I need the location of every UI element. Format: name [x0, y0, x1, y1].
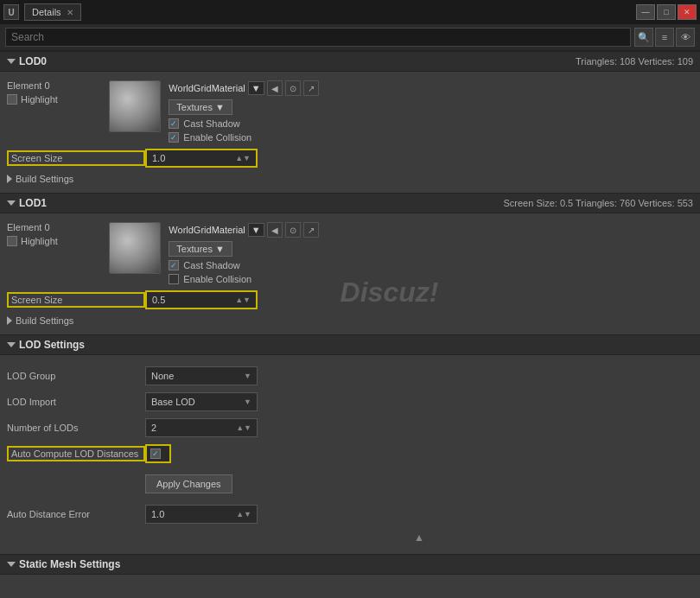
collapse-up-button[interactable]: ▲	[138, 528, 700, 547]
lod0-element-row: Element 0 Highlight WorldGridMaterial ▼ …	[0, 79, 700, 144]
lod0-screen-size-row: Screen Size 1.0 ▲▼	[0, 146, 700, 170]
lod1-material-name: WorldGridMaterial	[169, 225, 245, 235]
lod-import-select[interactable]: Base LOD ▼	[145, 392, 258, 411]
lod1-nav-back-icon[interactable]: ◀	[267, 222, 283, 238]
lod1-spin-icon: ▲▼	[235, 296, 251, 304]
lod1-content: Element 0 Highlight WorldGridMaterial ▼ …	[0, 213, 700, 334]
lod1-enable-collision-row: Enable Collision	[169, 274, 318, 284]
lod1-screen-size-row: Screen Size 0.5 ▲▼	[0, 288, 700, 312]
static-mesh-settings-title: Static Mesh Settings	[19, 558, 120, 570]
lod-import-arrow-icon: ▼	[244, 398, 251, 406]
lod1-title: LOD1	[19, 197, 47, 209]
lod-import-label: LOD Import	[7, 397, 145, 407]
lod1-material-dropdown[interactable]: ▼	[248, 223, 264, 237]
auto-distance-error-row: Auto Distance Error 1.0 ▲▼	[0, 502, 700, 526]
lod0-find-icon[interactable]: ⊙	[285, 80, 301, 96]
auto-compute-row: Auto Compute LOD Distances ✓	[0, 442, 700, 466]
lod1-build-settings-label: Build Settings	[16, 315, 73, 326]
lod1-material-preview	[109, 222, 161, 274]
lod0-textures-button[interactable]: Textures ▼	[169, 99, 232, 115]
auto-distance-error-label: Auto Distance Error	[7, 509, 145, 519]
lod1-build-settings-icon	[7, 316, 12, 325]
lod0-title: LOD0	[19, 55, 47, 67]
search-icon[interactable]: 🔍	[634, 28, 653, 47]
num-lods-input[interactable]: 2 ▲▼	[145, 418, 258, 437]
static-mesh-collapse-icon	[7, 562, 16, 567]
lod0-cast-shadow-checkbox[interactable]: ✓	[169, 118, 179, 129]
lod1-screen-size-label: Screen Size	[7, 292, 145, 308]
textures-dropdown-arrow: ▼	[215, 102, 225, 112]
lod-settings-content: LOD Group None ▼ LOD Import Base LOD ▼ N…	[0, 355, 700, 554]
lod0-screen-size-label: Screen Size	[7, 150, 145, 166]
lod1-cast-shadow-label: Cast Shadow	[183, 260, 239, 270]
apply-changes-button[interactable]: Apply Changes	[145, 474, 232, 493]
lod1-enable-collision-checkbox[interactable]	[169, 274, 179, 284]
list-view-icon[interactable]: ≡	[655, 28, 674, 47]
lod0-build-settings-label: Build Settings	[16, 174, 73, 184]
num-lods-row: Number of LODs 2 ▲▼	[0, 416, 700, 440]
search-input[interactable]	[5, 28, 631, 47]
lod-group-select[interactable]: None ▼	[145, 366, 258, 385]
apply-changes-container: Apply Changes	[0, 468, 700, 500]
lod0-material-info: WorldGridMaterial ▼ ◀ ⊙ ↗ Textures ▼ ✓	[169, 80, 318, 143]
minimize-button[interactable]: —	[636, 4, 655, 20]
num-lods-spin-icon: ▲▼	[236, 423, 251, 432]
lod1-screen-size-input[interactable]: 0.5 ▲▼	[145, 290, 258, 309]
lod1-find-icon[interactable]: ⊙	[285, 222, 301, 238]
lod0-build-settings-icon	[7, 175, 12, 183]
search-bar: 🔍 ≡ 👁	[0, 24, 700, 51]
lod1-textures-button[interactable]: Textures ▼	[169, 241, 232, 257]
lod1-open-icon[interactable]: ↗	[303, 222, 319, 238]
lod1-enable-collision-label: Enable Collision	[183, 274, 251, 284]
lod0-material-dropdown[interactable]: ▼	[248, 81, 264, 95]
lod1-collapse-icon	[7, 200, 16, 206]
lod0-enable-collision-checkbox[interactable]: ✓	[169, 132, 179, 143]
lod1-highlight-label: Highlight	[21, 236, 58, 246]
eye-icon[interactable]: 👁	[676, 28, 695, 47]
up-arrow-icon: ▲	[414, 531, 424, 544]
lod0-enable-collision-label: Enable Collision	[183, 132, 251, 143]
lod0-build-settings-toggle[interactable]: Build Settings	[0, 172, 700, 186]
lod-settings-title: LOD Settings	[19, 339, 85, 351]
ue-logo: U	[3, 4, 19, 20]
tab-close-icon[interactable]: ✕	[67, 8, 73, 17]
lod1-element-label: Element 0	[7, 222, 102, 232]
lod-import-row: LOD Import Base LOD ▼	[0, 390, 700, 414]
lod1-cast-shadow-checkbox[interactable]: ✓	[169, 260, 179, 270]
lod0-open-icon[interactable]: ↗	[303, 80, 319, 96]
lod-settings-collapse-icon	[7, 342, 16, 347]
lod0-section-header[interactable]: LOD0 Triangles: 108 Vertices: 109	[0, 51, 700, 72]
lod0-enable-collision-row: ✓ Enable Collision	[169, 132, 318, 143]
lod0-highlight-label: Highlight	[21, 94, 58, 105]
lod0-highlight-checkbox[interactable]	[7, 94, 17, 105]
lod0-content: Element 0 Highlight WorldGridMaterial ▼ …	[0, 72, 700, 193]
lod1-meta: Screen Size: 0.5 Triangles: 760 Vertices…	[503, 198, 693, 208]
main-content: LOD0 Triangles: 108 Vertices: 109 Elemen…	[0, 51, 700, 598]
num-lods-label: Number of LODs	[7, 423, 145, 433]
details-tab[interactable]: Details ✕	[24, 3, 81, 21]
maximize-button[interactable]: □	[657, 4, 676, 20]
lod0-cast-shadow-row: ✓ Cast Shadow	[169, 118, 318, 129]
lod0-meta: Triangles: 108 Vertices: 109	[576, 56, 693, 67]
lod0-screen-size-input[interactable]: 1.0 ▲▼	[145, 149, 258, 168]
lod0-nav-back-icon[interactable]: ◀	[267, 80, 283, 96]
lod0-material-preview	[109, 80, 161, 132]
window-controls: — □ ✕	[636, 4, 697, 20]
lod1-cast-shadow-row: ✓ Cast Shadow	[169, 260, 318, 270]
auto-distance-error-spin-icon: ▲▼	[236, 510, 251, 518]
lod0-collapse-icon	[7, 59, 16, 64]
lod0-material-name: WorldGridMaterial	[169, 83, 245, 93]
auto-distance-error-input[interactable]: 1.0 ▲▼	[145, 505, 258, 524]
lod1-section-header[interactable]: LOD1 Screen Size: 0.5 Triangles: 760 Ver…	[0, 193, 700, 213]
lod-group-label: LOD Group	[7, 371, 145, 381]
lod0-spin-icon: ▲▼	[235, 154, 251, 162]
lod1-build-settings-toggle[interactable]: Build Settings	[0, 314, 700, 328]
close-button[interactable]: ✕	[678, 4, 697, 20]
lod1-highlight-checkbox[interactable]	[7, 236, 17, 246]
static-mesh-settings-section-header[interactable]: Static Mesh Settings	[0, 554, 700, 575]
lod-group-arrow-icon: ▼	[244, 372, 251, 380]
lod-settings-section-header[interactable]: LOD Settings	[0, 334, 700, 355]
tab-label: Details	[32, 7, 61, 17]
lod0-cast-shadow-label: Cast Shadow	[183, 118, 239, 129]
auto-compute-checkbox[interactable]: ✓	[150, 448, 161, 459]
